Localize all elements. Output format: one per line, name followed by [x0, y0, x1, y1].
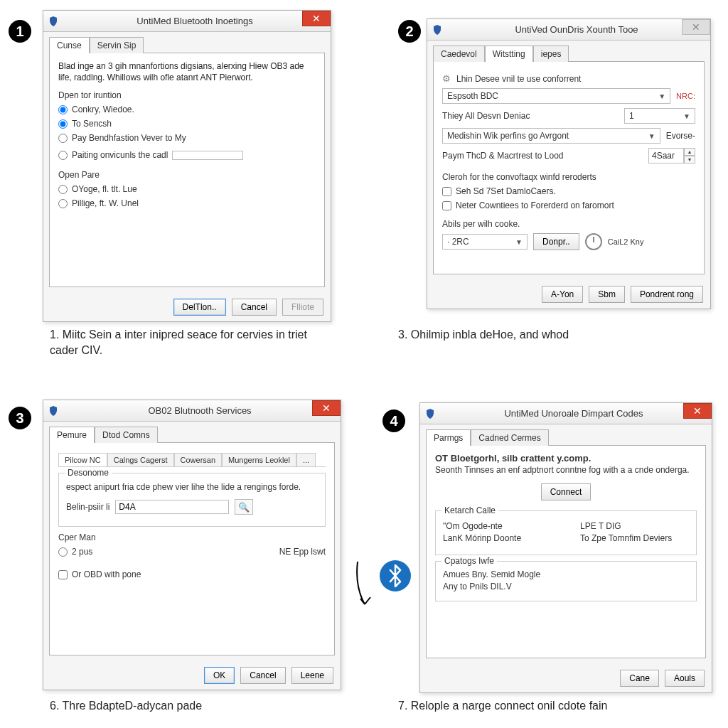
side-label-nrc: NRC: [676, 92, 695, 100]
spinner-lood[interactable]: 4Saar ▴▾ [648, 148, 695, 164]
cane-button[interactable]: Cane [620, 670, 659, 687]
spin-down-icon[interactable]: ▾ [684, 156, 695, 164]
ok-button[interactable]: OK [204, 667, 235, 684]
radio-2pus[interactable] [58, 547, 68, 557]
heading: OT Bloetgorhl, silb crattent y.comp. [435, 453, 697, 464]
cancel-button[interactable]: Cancel [240, 667, 285, 684]
close-button[interactable]: ✕ [302, 11, 331, 26]
check-label: Seh Sd 7Set DamloCaers. [456, 186, 556, 196]
cail-label: CaiL2 Kny [608, 237, 644, 246]
dropdown-value: · 2RC [447, 237, 469, 247]
list-item: LanK Mórinp Doonte [443, 533, 552, 543]
list-item: LPE T DIG [580, 521, 689, 531]
dropdown-2rc[interactable]: · 2RC▼ [442, 234, 528, 250]
close-button[interactable]: ✕ [312, 400, 341, 416]
leene-button[interactable]: Leene [291, 667, 333, 684]
step-badge-2: 2 [398, 20, 421, 43]
row-label: Paym ThcD & Macrtrest to Lood [442, 151, 564, 161]
titlebar[interactable]: UntiMed Unoroale Dimpart Codes ✕ [420, 403, 712, 424]
subtab-cowersan[interactable]: Cowersan [174, 453, 223, 466]
check-neter[interactable] [442, 201, 451, 210]
dialog-bluetooth-settings: UntiMed Bluetooth Inoetings ✕ Cunse Serv… [43, 10, 331, 322]
dialog-title: UntiMed Unoroale Dimpart Codes [440, 408, 707, 419]
tab-panel: ⚙Lhin Desee vnil te use conforrent Espso… [433, 61, 705, 274]
subtab-pilcow[interactable]: Pilcow NC [58, 453, 107, 466]
tab-bar: Cunse Servin Sip [43, 32, 331, 53]
radio-pay-bend[interactable] [58, 134, 68, 143]
titlebar[interactable]: UntiVed OunDris Xounth Tooe ✕ [427, 19, 710, 41]
dialog-title: OB02 Blutnooth Services [63, 405, 336, 416]
intro-text: Blad inge an 3 gih mnanfortions digsians… [58, 60, 316, 83]
caption-4: 7. Relople a narge connect onil cdote fa… [398, 698, 697, 714]
search-icon-button[interactable]: 🔍 [235, 499, 253, 515]
aouls-button[interactable]: Aouls [665, 670, 705, 687]
paiting-input[interactable] [172, 151, 243, 160]
radio-paiting[interactable] [58, 151, 68, 160]
connect-button[interactable]: Connect [541, 483, 592, 500]
subtab-calngs[interactable]: Calngs Cagerst [107, 453, 174, 466]
tab-servin[interactable]: Servin Sip [90, 37, 144, 53]
bluetooth-icon [380, 560, 411, 592]
list-item: Amues Bny. Semid Mogle [443, 569, 689, 579]
radio-label: Pillige, ft. W. Unel [72, 198, 139, 208]
dialog-title: UntiVed OunDris Xounth Tooe [447, 24, 706, 35]
dropdown-espsoth[interactable]: Espsoth BDC▼ [442, 88, 670, 104]
check-label: Or OBD with pone [72, 569, 141, 579]
tab-bar: Pemure Dtod Comns [43, 422, 341, 442]
tab-parmgs[interactable]: Parmgs [426, 429, 471, 446]
pair-label: Belin-psiir li [66, 502, 109, 512]
pair-input[interactable] [115, 500, 229, 514]
titlebar[interactable]: UntiMed Bluetooth Inoetings ✕ [43, 11, 331, 32]
dropdown-value: Medishin Wik perfins go Avrgont [447, 131, 569, 141]
radio-label: Pay Bendhfastion Vever to My [72, 133, 186, 143]
arrow-icon [350, 555, 385, 619]
dropdown-deniac[interactable]: 1▼ [624, 108, 695, 124]
tab-caedevol[interactable]: Caedevol [433, 46, 485, 62]
flliote-button[interactable]: Flliote [282, 299, 323, 316]
cancel-button[interactable]: Cancel [232, 299, 277, 316]
pondrent-button[interactable]: Pondrent rong [631, 286, 703, 303]
tab-cunse[interactable]: Cunse [49, 37, 90, 53]
check-seh[interactable] [442, 187, 451, 196]
shield-icon [48, 16, 59, 27]
dialog-buttons: A-Yon Sbm Pondrent rong [427, 280, 710, 309]
radio-to-sencsh[interactable] [58, 119, 68, 129]
ayon-button[interactable]: A-Yon [542, 286, 583, 303]
tab-iepes[interactable]: iepes [533, 46, 569, 62]
ketarch-list: "Om Ogode-nte LanK Mórinp Doonte LPE T D… [443, 517, 689, 547]
tab-dtod[interactable]: Dtod Comns [95, 427, 158, 443]
chevron-down-icon: ▼ [515, 238, 523, 246]
group-title: Desonome [65, 468, 112, 478]
section-cper-man: Cper Man [58, 532, 326, 542]
dialog-ob02-services: OB02 Blutnooth Services ✕ Pemure Dtod Co… [43, 400, 341, 690]
subheading: Seonth Tinnses an enf adptnort conntne f… [435, 465, 697, 475]
radio-oyoge[interactable] [58, 185, 68, 194]
subtab-more[interactable]: ... [296, 453, 316, 466]
side-label-evorse: Evorse- [666, 131, 695, 141]
cpatogs-list: Amues Bny. Semid Mogle Any to Pnils DIL.… [443, 569, 689, 592]
caption-2: 3. Ohilmip inbla deHoe, and whod [398, 327, 682, 343]
deltlon-button[interactable]: DelTlon.. [173, 299, 226, 316]
close-button[interactable]: ✕ [682, 19, 710, 35]
sbm-button[interactable]: Sbm [589, 286, 625, 303]
group-title: Cpatogs Iwfe [441, 556, 497, 566]
titlebar[interactable]: OB02 Blutnooth Services ✕ [43, 400, 341, 422]
check-label: Neter Cowntiees to Forerderd on faromort [456, 200, 614, 210]
tab-witstting[interactable]: Witstting [485, 46, 533, 62]
spin-up-icon[interactable]: ▴ [684, 148, 695, 156]
tab-bar: Caedevol Witstting iepes [427, 41, 710, 61]
donpr-button[interactable]: Donpr.. [533, 233, 579, 250]
check-obd[interactable] [58, 570, 68, 579]
tab-cadned[interactable]: Cadned Cermes [471, 429, 548, 446]
dialog-buttons: Cane Aouls [420, 664, 712, 692]
close-button[interactable]: ✕ [683, 403, 712, 419]
tab-pemure[interactable]: Pemure [49, 427, 95, 443]
tab-panel: OT Bloetgorhl, silb crattent y.comp. Seo… [426, 445, 706, 658]
radio-pillige[interactable] [58, 199, 68, 208]
dropdown-medishin[interactable]: Medishin Wik perfins go Avrgont▼ [442, 128, 660, 144]
section-open-for: Dpen tor iruntion [58, 90, 316, 100]
radio-conkry[interactable] [58, 105, 68, 114]
subtab-mungerns[interactable]: Mungerns Leoklel [222, 453, 296, 466]
tab-panel: Blad inge an 3 gih mnanfortions digsians… [49, 53, 325, 287]
dialog-title: UntiMed Bluetooth Inoetings [63, 16, 326, 26]
